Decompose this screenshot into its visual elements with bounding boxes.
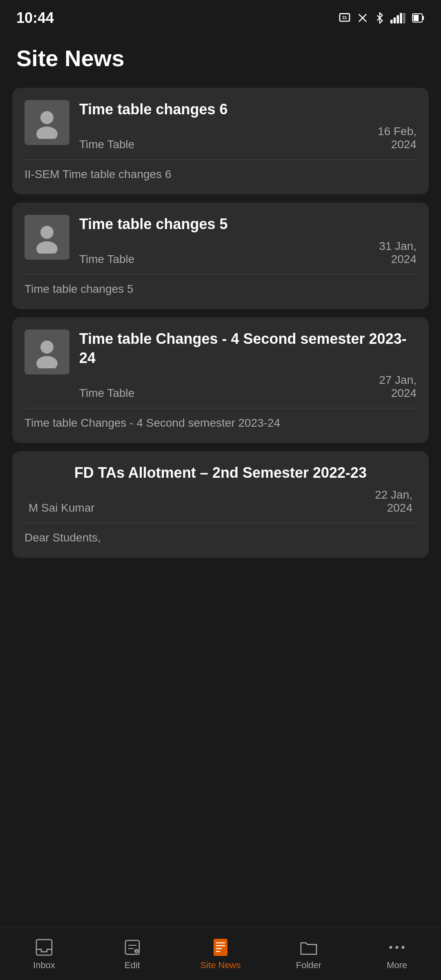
page-title: Site News (16, 45, 425, 71)
nav-label-more: More (387, 960, 407, 971)
sitenews-icon (210, 937, 231, 958)
card-preview-3: Time table Changes - 4 Second semester 2… (24, 415, 416, 431)
card-date-1: 16 Feb,2024 (378, 125, 416, 151)
card-date-4: 22 Jan,2024 (375, 488, 412, 514)
status-icons: 31 (338, 11, 425, 24)
card-info-3: Time table Changes - 4 Second semester 2… (79, 330, 416, 400)
news-feed: Time table changes 6 Time Table 16 Feb,2… (0, 84, 441, 623)
svg-point-12 (40, 111, 53, 124)
card-divider-1 (24, 159, 416, 160)
card-divider-2 (24, 274, 416, 274)
svg-point-16 (40, 341, 53, 354)
card-category-2: Time Table (79, 253, 134, 266)
card-divider-3 (24, 408, 416, 408)
cross-icon (356, 11, 369, 24)
svg-rect-4 (390, 20, 393, 23)
card-header-3: Time table Changes - 4 Second semester 2… (24, 330, 416, 400)
nav-item-edit[interactable]: Edit (88, 937, 176, 971)
edit-icon (122, 937, 143, 958)
card-title-1: Time table changes 6 (79, 100, 416, 119)
card-meta-4: M Sai Kumar 22 Jan,2024 (24, 488, 416, 514)
nav-item-folder[interactable]: Folder (265, 937, 353, 971)
page-header: Site News (0, 33, 441, 84)
avatar-1 (24, 100, 69, 145)
news-card-3[interactable]: Time table Changes - 4 Second semester 2… (12, 317, 429, 443)
card-title-2: Time table changes 5 (79, 215, 416, 234)
card-title-4: FD TAs Allotment – 2nd Semester 2022-23 (24, 463, 416, 483)
svg-point-31 (396, 946, 399, 949)
card-category-1: Time Table (79, 138, 134, 151)
status-bar: 10:44 31 (0, 0, 441, 33)
folder-icon (298, 937, 319, 958)
svg-rect-8 (403, 13, 405, 24)
inbox-icon (34, 937, 54, 958)
card-title-3: Time table Changes - 4 Second semester 2… (79, 330, 416, 368)
nav-label-edit: Edit (125, 960, 140, 971)
card-preview-2: Time table changes 5 (24, 281, 416, 297)
svg-point-15 (36, 241, 58, 254)
nav-label-sitenews: Site News (200, 960, 241, 971)
card-meta-2: Time Table 31 Jan,2024 (79, 240, 416, 266)
card-info-2: Time table changes 5 Time Table 31 Jan,2… (79, 215, 416, 266)
news-card-1[interactable]: Time table changes 6 Time Table 16 Feb,2… (12, 88, 429, 194)
nav-item-sitenews[interactable]: Site News (176, 937, 265, 971)
svg-rect-7 (400, 13, 402, 24)
card-category-4: M Sai Kumar (29, 501, 95, 514)
bottom-nav: Inbox Edit Site News Folder (0, 927, 441, 980)
card-header-4: FD TAs Allotment – 2nd Semester 2022-23 … (24, 463, 416, 514)
more-icon (387, 937, 407, 958)
card-meta-3: Time Table 27 Jan,2024 (79, 374, 416, 400)
nav-item-more[interactable]: More (353, 937, 441, 971)
svg-rect-18 (36, 940, 52, 955)
signal-icon (390, 12, 407, 24)
card-divider-4 (24, 523, 416, 523)
card-info-1: Time table changes 6 Time Table 16 Feb,2… (79, 100, 416, 151)
svg-text:31: 31 (342, 15, 347, 20)
svg-rect-5 (394, 18, 396, 23)
nav-label-inbox: Inbox (33, 960, 55, 971)
card-meta-1: Time Table 16 Feb,2024 (79, 125, 416, 151)
svg-point-14 (40, 226, 53, 239)
svg-point-13 (36, 127, 58, 139)
news-card-2[interactable]: Time table changes 5 Time Table 31 Jan,2… (12, 203, 429, 309)
avatar-2 (24, 215, 69, 260)
card-date-2: 31 Jan,2024 (379, 240, 416, 266)
bluetooth-icon (374, 12, 385, 24)
card-preview-4: Dear Students, (24, 530, 416, 546)
svg-point-17 (36, 356, 58, 368)
card-header-2: Time table changes 5 Time Table 31 Jan,2… (24, 215, 416, 266)
status-time: 10:44 (16, 9, 54, 27)
svg-point-32 (402, 946, 405, 949)
card-date-3: 27 Jan,2024 (379, 374, 416, 400)
nav-item-inbox[interactable]: Inbox (0, 937, 88, 971)
card-header-1: Time table changes 6 Time Table 16 Feb,2… (24, 100, 416, 151)
notification-icon: 31 (338, 11, 351, 24)
card-category-3: Time Table (79, 387, 134, 400)
svg-point-30 (390, 946, 392, 949)
avatar-3 (24, 330, 69, 374)
svg-rect-11 (414, 15, 419, 21)
news-card-4[interactable]: FD TAs Allotment – 2nd Semester 2022-23 … (12, 451, 429, 558)
nav-label-folder: Folder (296, 960, 321, 971)
svg-rect-25 (214, 939, 227, 956)
card-preview-1: II-SEM Time table changes 6 (24, 166, 416, 182)
svg-rect-10 (422, 16, 424, 20)
battery-icon (412, 12, 425, 24)
svg-rect-6 (397, 15, 399, 23)
